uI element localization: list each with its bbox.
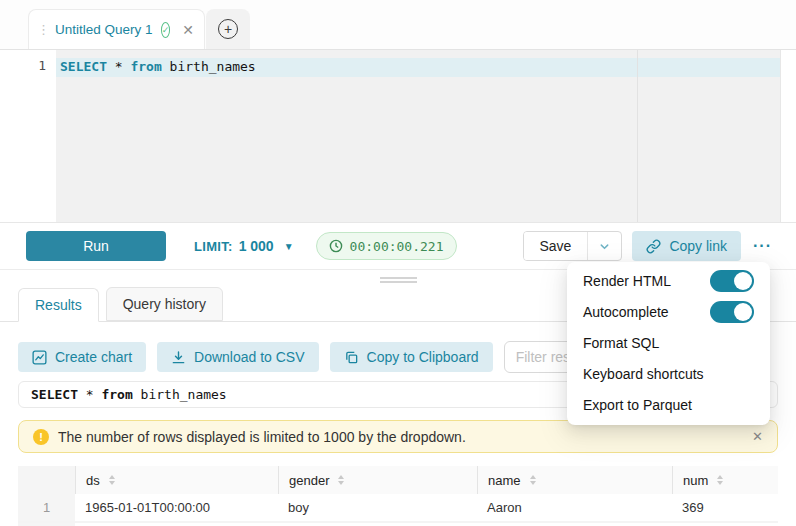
preview-keyword-from: from [101, 387, 132, 402]
create-chart-button[interactable]: Create chart [18, 342, 146, 372]
header-name-label: name [488, 473, 521, 488]
copy-clipboard-label: Copy to Clipboard [367, 349, 479, 365]
query-timer-badge: 00:00:00.221 [316, 232, 457, 260]
cell-ds: 1965-01-01T00:00:00 [75, 494, 278, 521]
plus-circle-icon: + [218, 19, 238, 39]
header-ds[interactable]: ds [75, 466, 278, 494]
copy-link-label: Copy link [669, 238, 727, 254]
more-options-button[interactable]: ··· [753, 237, 772, 255]
limit-value: 1 000 [239, 238, 274, 254]
line-number: 1 [38, 58, 46, 73]
tab-query-history[interactable]: Query history [106, 287, 223, 321]
table-body: 1 1965-01-01T00:00:00 boy Aaron 369 [18, 494, 778, 526]
more-options-menu: Render HTML Autocomplete Format SQL Keyb… [567, 262, 770, 425]
menu-item-keyboard-shortcuts[interactable]: Keyboard shortcuts [567, 358, 770, 389]
copy-clipboard-button[interactable]: Copy to Clipboard [330, 342, 493, 372]
sql-keyword-select: SELECT [60, 59, 107, 74]
toolbar-right-group: Save Copy link ··· [523, 231, 796, 261]
sql-editor: 1 SELECT * from birth_names [0, 50, 781, 222]
header-num-label: num [683, 473, 708, 488]
cell-name: Aaron [477, 494, 672, 521]
copy-icon [344, 350, 359, 365]
preview-table-name: birth_names [133, 387, 227, 402]
caret-down-icon: ▼ [284, 241, 294, 252]
print-margin-line [637, 50, 638, 222]
tab-results[interactable]: Results [18, 288, 99, 322]
sql-star: * [107, 59, 130, 74]
autocomplete-label: Autocomplete [583, 304, 669, 320]
warning-icon: ! [33, 429, 49, 445]
tab-close-icon[interactable]: ✕ [182, 23, 194, 37]
results-table: ds gender name num 1 19 [18, 466, 778, 526]
limit-label: LIMIT: [194, 239, 233, 254]
save-button[interactable]: Save [524, 232, 588, 260]
menu-item-autocomplete[interactable]: Autocomplete [567, 296, 770, 327]
warning-text: The number of rows displayed is limited … [58, 429, 466, 445]
header-num[interactable]: num [672, 466, 778, 494]
format-sql-label: Format SQL [583, 335, 659, 351]
sort-icon [109, 475, 115, 485]
header-gender[interactable]: gender [278, 466, 477, 494]
menu-item-render-html[interactable]: Render HTML [567, 265, 770, 296]
header-name[interactable]: name [477, 466, 672, 494]
table-header: ds gender name num [18, 466, 778, 494]
tab-drag-handle-icon[interactable]: ⋮ [37, 23, 49, 36]
sql-lab-app: ⋮ Untitled Query 1 ✓ ✕ + 1 SELECT * from… [0, 0, 796, 526]
cell-num: 369 [672, 494, 778, 521]
sort-icon [530, 475, 536, 485]
render-html-toggle[interactable] [710, 270, 754, 292]
query-tab-bar: ⋮ Untitled Query 1 ✓ ✕ + [0, 0, 796, 50]
cell-gender: boy [278, 494, 477, 521]
editor-gutter: 1 [0, 50, 56, 222]
warning-close-icon[interactable]: ✕ [752, 429, 763, 444]
download-csv-button[interactable]: Download to CSV [157, 342, 319, 372]
clock-icon [329, 239, 343, 253]
render-html-label: Render HTML [583, 273, 671, 289]
run-button[interactable]: Run [26, 231, 166, 261]
row-index-cell: 1 [18, 494, 75, 521]
sort-icon [338, 475, 344, 485]
download-csv-label: Download to CSV [194, 349, 305, 365]
keyboard-shortcuts-label: Keyboard shortcuts [583, 366, 704, 382]
sort-icon [717, 475, 723, 485]
tab-untitled-query-1[interactable]: ⋮ Untitled Query 1 ✓ ✕ [28, 9, 205, 49]
preview-star: * [78, 387, 101, 402]
sql-keyword-from: from [130, 59, 161, 74]
header-ds-label: ds [86, 473, 100, 488]
chart-icon [32, 350, 47, 365]
preview-keyword-select: SELECT [31, 387, 78, 402]
timer-value: 00:00:00.221 [350, 239, 444, 254]
autocomplete-toggle[interactable] [710, 301, 754, 323]
add-tab-button[interactable]: + [206, 9, 250, 49]
resize-drag-handle[interactable] [380, 277, 417, 285]
copy-link-button[interactable]: Copy link [632, 231, 741, 261]
create-chart-label: Create chart [55, 349, 132, 365]
query-success-icon: ✓ [161, 22, 171, 38]
sql-table-name: birth_names [162, 59, 256, 74]
header-gender-label: gender [289, 473, 329, 488]
table-row: 1 1965-01-01T00:00:00 boy Aaron 369 [18, 494, 778, 523]
save-split-button: Save [523, 231, 623, 261]
link-icon [646, 239, 661, 254]
export-parquet-label: Export to Parquet [583, 397, 692, 413]
header-row-index [18, 466, 75, 494]
tab-title: Untitled Query 1 [55, 22, 153, 37]
menu-item-format-sql[interactable]: Format SQL [567, 327, 770, 358]
download-icon [171, 350, 186, 365]
sql-code-line: SELECT * from birth_names [60, 59, 256, 74]
menu-item-export-parquet[interactable]: Export to Parquet [567, 389, 770, 420]
sql-editor-input[interactable]: SELECT * from birth_names [56, 50, 780, 222]
limit-dropdown[interactable]: LIMIT: 1 000 ▼ [194, 238, 294, 254]
save-options-chevron[interactable] [587, 232, 621, 260]
